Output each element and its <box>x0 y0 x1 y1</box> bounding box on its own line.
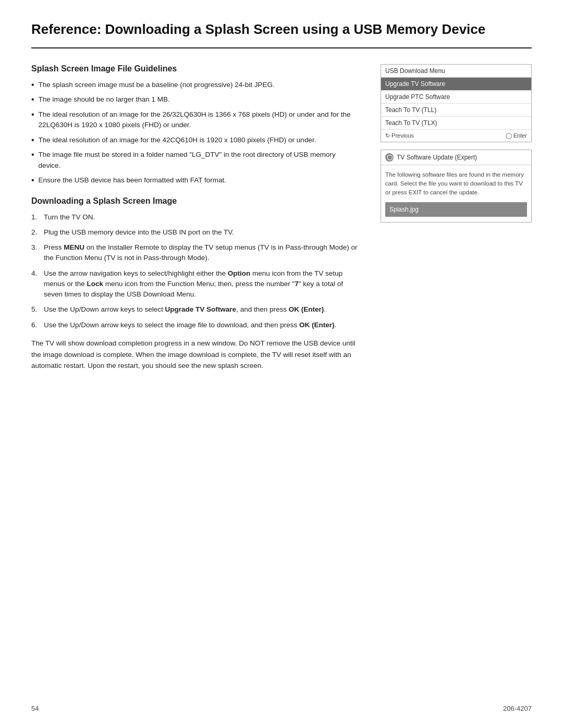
footer-page-number: 54 <box>31 705 39 712</box>
usb-menu-item-upgrade-ptc: Upgrade PTC Software <box>381 91 531 104</box>
section1-heading: Splash Screen Image File Guidelines <box>31 64 360 73</box>
page-wrapper: Reference: Downloading a Splash Screen u… <box>0 0 563 408</box>
tv-update-body: The following software files are found i… <box>381 165 531 223</box>
tv-update-body-text: The following software files are found i… <box>385 170 527 198</box>
usb-menu-nav: ↻ Previous ◯ Enter <box>381 130 531 142</box>
page-footer: 54 206-4207 <box>31 705 532 712</box>
nav-previous: ↻ Previous <box>385 132 414 139</box>
title-divider <box>31 47 532 48</box>
tv-update-header-label: TV Software Update (Expert) <box>397 154 477 161</box>
list-item: Turn the TV ON. <box>31 212 360 223</box>
list-item: Use the Up/Down arrow keys to select Upg… <box>31 304 360 315</box>
tv-update-file: Splash.jpg <box>385 202 527 217</box>
usb-menu-item-upgrade-tv: Upgrade TV Software <box>381 78 531 91</box>
tv-update-icon: ◯ <box>385 153 394 162</box>
list-item: The image file must be stored in a folde… <box>31 150 360 171</box>
list-item: The ideal resolution of an image for the… <box>31 135 360 146</box>
list-item: Press MENU on the Installer Remote to di… <box>31 242 360 264</box>
list-item: The ideal resolution of an image for the… <box>31 109 360 131</box>
page-title: Reference: Downloading a Splash Screen u… <box>31 21 532 38</box>
main-content: Splash Screen Image File Guidelines The … <box>31 64 360 377</box>
nav-enter: ◯ Enter <box>506 132 527 139</box>
usb-download-menu-box: USB Download Menu Upgrade TV Software Up… <box>381 64 532 142</box>
completion-paragraph: The TV will show download completion pro… <box>31 338 360 372</box>
usb-menu-item-teach-tll: Teach To TV (TLL) <box>381 104 531 117</box>
list-item: The image should be no larger than 1 MB. <box>31 94 360 105</box>
tv-update-box: ◯ TV Software Update (Expert) The follow… <box>381 150 532 223</box>
bullet-list-guidelines: The splash screen image must be a baseli… <box>31 80 360 186</box>
list-item: Use the arrow navigation keys to select/… <box>31 268 360 300</box>
list-item: The splash screen image must be a baseli… <box>31 80 360 91</box>
content-area: Splash Screen Image File Guidelines The … <box>31 64 532 377</box>
ordered-list-steps: Turn the TV ON. Plug the USB memory devi… <box>31 212 360 330</box>
tv-update-header: ◯ TV Software Update (Expert) <box>381 150 531 165</box>
list-item: Ensure the USB device has been formatted… <box>31 175 360 186</box>
footer-doc-number: 206-4207 <box>503 705 532 712</box>
list-item: Plug the USB memory device into the USB … <box>31 227 360 238</box>
usb-menu-item-teach-tlx: Teach To TV (TLX) <box>381 117 531 130</box>
list-item: Use the Up/Down arrow keys to select the… <box>31 320 360 330</box>
usb-menu-title: USB Download Menu <box>381 65 531 78</box>
section2-heading: Downloading a Splash Screen Image <box>31 196 360 206</box>
sidebar-content: USB Download Menu Upgrade TV Software Up… <box>381 64 532 377</box>
